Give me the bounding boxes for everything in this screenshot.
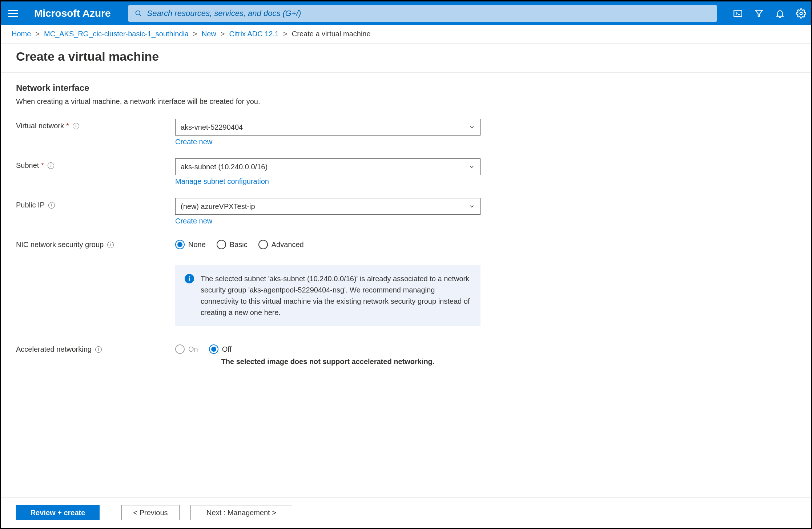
field-public-ip: Public IP i (new) azureVPXTest-ip Create… [16,198,796,225]
radio-icon [209,344,218,354]
radio-icon [175,344,185,354]
radio-accel-off[interactable]: Off [209,344,232,354]
chevron-right-icon: > [193,30,197,38]
label-text: Subnet [16,161,39,170]
info-banner-text: The selected subnet 'aks-subnet (10.240.… [201,273,471,318]
radio-icon [258,240,268,249]
info-banner: i The selected subnet 'aks-subnet (10.24… [175,265,481,326]
previous-button[interactable]: < Previous [121,505,180,520]
breadcrumb-current: Create a virtual machine [292,30,371,38]
breadcrumb-citrix[interactable]: Citrix ADC 12.1 [229,30,279,38]
info-icon[interactable]: i [48,162,54,169]
chevron-down-icon [469,124,475,130]
select-value: (new) azureVPXTest-ip [181,202,255,211]
chevron-down-icon [469,203,475,210]
radio-nsg-basic[interactable]: Basic [217,240,248,249]
label-text: Virtual network [16,122,64,130]
label-nsg: NIC network security group i [16,238,175,249]
radio-group-accel: On Off [175,342,481,354]
svg-rect-2 [734,10,742,16]
field-subnet: Subnet * i aks-subnet (10.240.0.0/16) Ma… [16,158,796,186]
next-button[interactable]: Next : Management > [190,505,292,520]
menu-button[interactable] [4,5,22,22]
page-title: Create a virtual machine [1,44,811,73]
brand-logo[interactable]: Microsoft Azure [34,8,111,19]
breadcrumb-new[interactable]: New [202,30,216,38]
radio-icon [217,240,226,249]
chevron-right-icon: > [221,30,225,38]
field-nsg: NIC network security group i None Basic [16,238,796,249]
info-icon: i [185,274,194,283]
form-content: Network interface When creating a virtua… [1,73,811,497]
breadcrumb: Home > MC_AKS_RG_cic-cluster-basic-1_sou… [1,25,811,44]
info-icon[interactable]: i [48,202,55,209]
wizard-footer: Review + create < Previous Next : Manage… [1,497,811,528]
label-accelerated-networking: Accelerated networking i [16,342,175,354]
radio-icon [175,240,185,249]
radio-group-nsg: None Basic Advanced [175,238,481,249]
link-create-virtual-network[interactable]: Create new [175,138,212,146]
svg-line-1 [139,15,141,16]
select-subnet[interactable]: aks-subnet (10.240.0.0/16) [175,158,481,175]
field-accelerated-networking: Accelerated networking i On Off [16,342,796,354]
radio-label: Off [222,345,232,354]
radio-accel-on: On [175,344,198,354]
cloud-shell-icon[interactable] [733,8,743,19]
review-create-button[interactable]: Review + create [16,505,100,520]
breadcrumb-resource-group[interactable]: MC_AKS_RG_cic-cluster-basic-1_southindia [44,30,189,38]
breadcrumb-home[interactable]: Home [12,30,31,38]
notifications-icon[interactable] [775,8,785,19]
radio-label: Advanced [272,241,304,249]
svg-point-0 [136,11,140,15]
filter-icon[interactable] [754,8,764,19]
chevron-down-icon [469,163,475,170]
radio-label: Basic [230,241,248,249]
radio-nsg-advanced[interactable]: Advanced [258,240,304,249]
link-create-public-ip[interactable]: Create new [175,217,212,225]
top-navigation-bar: Microsoft Azure [1,1,811,25]
svg-point-5 [800,12,803,15]
label-text: Public IP [16,201,45,209]
radio-label: None [188,241,206,249]
label-subnet: Subnet * i [16,158,175,170]
required-indicator: * [41,161,44,170]
info-icon[interactable]: i [107,242,114,248]
info-banner-row: i The selected subnet 'aks-subnet (10.24… [16,262,796,330]
info-icon[interactable]: i [73,123,79,129]
select-value: aks-subnet (10.240.0.0/16) [181,163,268,171]
select-virtual-network[interactable]: aks-vnet-52290404 [175,119,481,136]
chevron-right-icon: > [283,30,288,38]
label-public-ip: Public IP i [16,198,175,209]
top-icon-group [733,8,806,19]
link-manage-subnet[interactable]: Manage subnet configuration [175,177,269,186]
accel-note: The selected image does not support acce… [175,358,481,366]
info-icon[interactable]: i [95,346,102,353]
radio-label: On [188,345,198,354]
label-virtual-network: Virtual network * i [16,119,175,130]
search-input[interactable] [147,9,710,18]
select-value: aks-vnet-52290404 [181,123,243,132]
select-public-ip[interactable]: (new) azureVPXTest-ip [175,198,481,215]
search-icon [135,10,142,17]
settings-icon[interactable] [796,8,806,19]
label-text: Accelerated networking [16,345,92,354]
section-description: When creating a virtual machine, a netwo… [16,97,796,106]
section-heading: Network interface [16,83,796,93]
svg-marker-4 [755,10,763,16]
label-text: NIC network security group [16,241,104,249]
global-search[interactable] [128,5,717,22]
radio-nsg-none[interactable]: None [175,240,206,249]
chevron-right-icon: > [35,30,40,38]
field-virtual-network: Virtual network * i aks-vnet-52290404 Cr… [16,119,796,146]
required-indicator: * [66,122,69,130]
